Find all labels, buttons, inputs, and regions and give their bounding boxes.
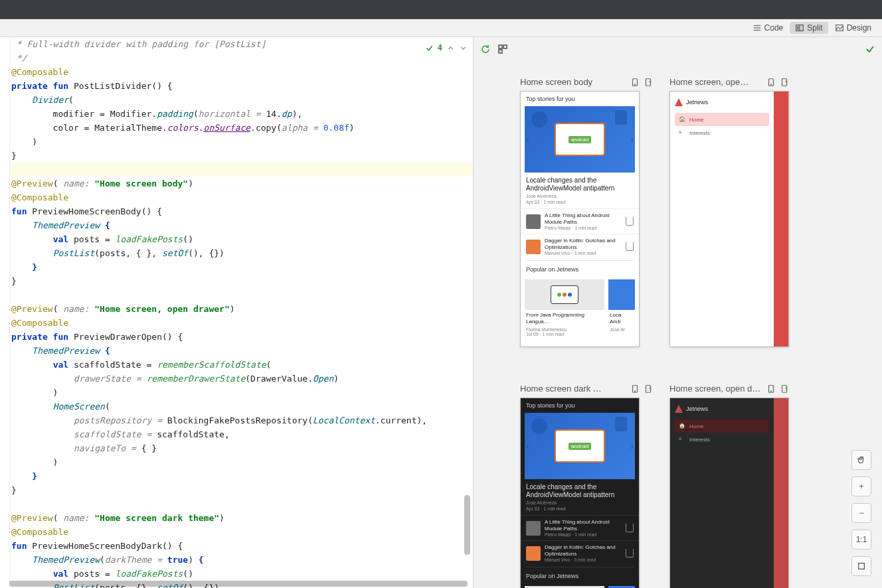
refresh-icon[interactable] bbox=[480, 44, 491, 54]
preview-status[interactable] bbox=[865, 44, 875, 57]
list-icon bbox=[752, 23, 762, 33]
preview-device[interactable]: Top stories for you ‹› android Locale ch… bbox=[520, 398, 640, 588]
preview-block: Home screen, open drawer dar… Jetnews 🏠H… bbox=[669, 384, 789, 588]
preview-title: Home screen, open drawer dar… bbox=[669, 384, 762, 394]
hand-icon bbox=[857, 455, 866, 465]
list-item[interactable]: Dagger in Kotlin: Gotchas and Optimizati… bbox=[521, 234, 639, 259]
bookmark-icon[interactable] bbox=[626, 549, 634, 557]
preview-device[interactable]: Jetnews 🏠Home ≡Interests bbox=[669, 91, 789, 347]
svg-rect-8 bbox=[836, 25, 843, 31]
view-mode-split-label: Split bbox=[807, 23, 822, 33]
interactive-icon[interactable] bbox=[644, 384, 653, 394]
view-mode-toolbar: Code Split Design bbox=[0, 19, 882, 37]
svg-rect-14 bbox=[646, 78, 651, 86]
zoom-in-button[interactable]: + bbox=[851, 477, 871, 496]
bookmark-icon[interactable] bbox=[626, 217, 634, 226]
list-item[interactable]: A Little Thing about Android Module Path… bbox=[521, 208, 639, 234]
view-mode-code[interactable]: Code bbox=[747, 22, 789, 34]
app-logo: Jetnews bbox=[675, 405, 769, 413]
preview-zoom-tools: + − 1:1 bbox=[851, 450, 871, 576]
fit-icon bbox=[857, 561, 866, 571]
svg-point-13 bbox=[634, 84, 635, 84]
view-mode-split[interactable]: Split bbox=[790, 22, 828, 34]
popular-card[interactable]: Loca AndrJose Al bbox=[608, 279, 635, 336]
preview-title: Home screen body bbox=[520, 77, 626, 87]
main-split: 4 * Full-width divider with padding for … bbox=[0, 37, 882, 588]
bookmark-icon[interactable] bbox=[626, 524, 634, 532]
preview-block: Home screen, ope… Jetnews 🏠Home ≡Interes… bbox=[669, 77, 789, 347]
check-icon bbox=[425, 44, 434, 52]
hero-image: ‹› android bbox=[525, 106, 635, 173]
image-icon bbox=[835, 23, 844, 33]
code-editor[interactable]: 4 * Full-width divider with padding for … bbox=[10, 37, 473, 588]
svg-rect-17 bbox=[782, 78, 787, 86]
editor-gutter[interactable] bbox=[0, 37, 10, 588]
svg-rect-20 bbox=[646, 385, 651, 392]
preview-title: Home screen, ope… bbox=[669, 77, 762, 87]
deploy-icon[interactable] bbox=[630, 78, 640, 87]
drawer-item[interactable]: ≡Interests bbox=[675, 433, 769, 446]
code-text[interactable]: * Full-width divider with padding for [P… bbox=[10, 37, 473, 588]
interactive-icon[interactable] bbox=[780, 384, 789, 394]
bookmark-icon[interactable] bbox=[626, 242, 634, 251]
drawer-item[interactable]: ≡Interests bbox=[675, 126, 769, 139]
list-item[interactable]: Dagger in Kotlin: Gotchas and Optimizati… bbox=[521, 540, 639, 565]
drawer-item[interactable]: 🏠Home bbox=[675, 113, 769, 126]
list-item[interactable]: A Little Thing about Android Module Path… bbox=[521, 515, 639, 540]
pan-button[interactable] bbox=[851, 450, 871, 470]
preview-device[interactable]: Top stories for you ‹› android Locale ch… bbox=[520, 91, 640, 347]
section-header: Top stories for you bbox=[521, 398, 639, 413]
hero-title: Locale changes and the AndroidViewModel … bbox=[526, 483, 634, 499]
view-mode-design-label: Design bbox=[847, 23, 871, 33]
svg-point-16 bbox=[770, 84, 771, 84]
chevron-down-icon[interactable] bbox=[459, 44, 468, 52]
svg-rect-24 bbox=[859, 563, 865, 569]
preview-block: Home screen dark … Top stories for you ‹… bbox=[520, 384, 653, 588]
split-icon bbox=[795, 23, 804, 33]
zoom-reset-button[interactable]: 1:1 bbox=[851, 530, 871, 550]
interactive-icon[interactable] bbox=[644, 78, 653, 87]
preview-pane: Home screen body Top stories for you ‹› … bbox=[473, 37, 882, 588]
check-icon bbox=[865, 44, 875, 54]
preview-toolbar bbox=[480, 44, 508, 54]
app-logo: Jetnews bbox=[675, 98, 769, 106]
zoom-out-button[interactable]: − bbox=[851, 503, 871, 523]
deploy-icon[interactable] bbox=[630, 384, 640, 394]
deploy-icon[interactable] bbox=[766, 78, 776, 87]
chevron-up-icon[interactable] bbox=[446, 44, 455, 52]
drawer-item[interactable]: 🏠Home bbox=[675, 419, 769, 433]
hero-title: Locale changes and the AndroidViewModel … bbox=[526, 177, 634, 192]
preview-block: Home screen body Top stories for you ‹› … bbox=[520, 77, 653, 347]
svg-point-22 bbox=[770, 390, 771, 391]
section-header: Top stories for you bbox=[521, 92, 639, 106]
svg-rect-11 bbox=[499, 50, 502, 53]
svg-rect-23 bbox=[782, 385, 787, 392]
svg-rect-10 bbox=[503, 45, 507, 48]
zoom-fit-button[interactable] bbox=[851, 556, 871, 576]
view-mode-design[interactable]: Design bbox=[830, 22, 877, 34]
editor-tabstrip[interactable] bbox=[0, 0, 882, 19]
deploy-icon[interactable] bbox=[766, 384, 776, 394]
inspection-widget[interactable]: 4 bbox=[425, 41, 468, 55]
view-mode-code-label: Code bbox=[764, 23, 784, 33]
zoom-ratio-label: 1:1 bbox=[856, 535, 867, 544]
problems-count: 4 bbox=[438, 41, 442, 55]
interactive-icon[interactable] bbox=[780, 78, 789, 87]
layout-settings-icon[interactable] bbox=[497, 44, 508, 54]
editor-pane: 4 * Full-width divider with padding for … bbox=[0, 37, 473, 588]
svg-rect-9 bbox=[499, 45, 502, 48]
preview-title: Home screen dark … bbox=[520, 384, 626, 394]
hero-image: ‹› android bbox=[525, 413, 635, 479]
preview-device[interactable]: Jetnews 🏠Home ≡Interests bbox=[669, 398, 789, 588]
previews-grid[interactable]: Home screen body Top stories for you ‹› … bbox=[520, 77, 855, 588]
popular-card[interactable]: From Java Programming Langua…Florina Mun… bbox=[525, 279, 604, 336]
svg-point-19 bbox=[634, 390, 635, 391]
